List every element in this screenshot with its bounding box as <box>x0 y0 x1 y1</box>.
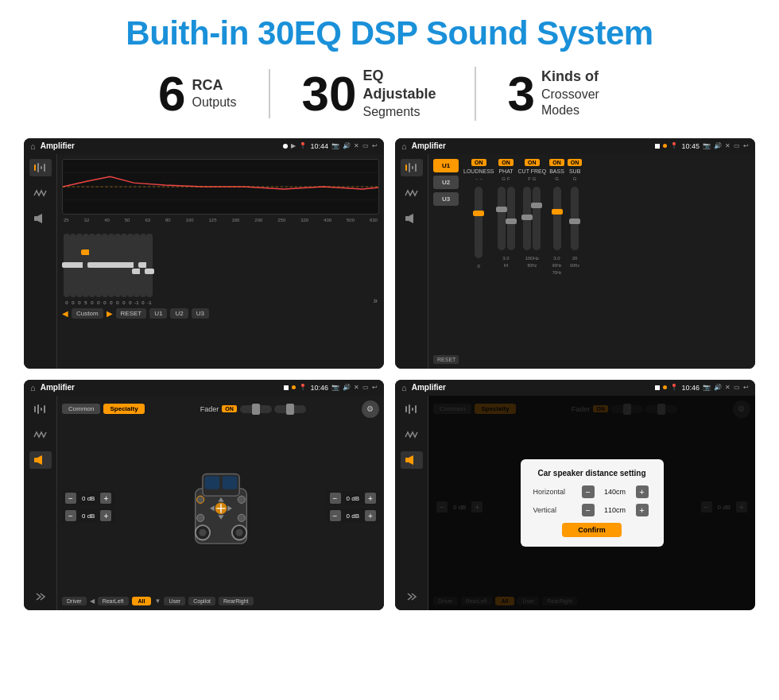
rearright-button[interactable]: RearRight <box>219 597 254 605</box>
eq-band-8[interactable]: 0 <box>108 234 114 305</box>
reset-button-eq[interactable]: RESET <box>116 308 147 319</box>
specialty-tab[interactable]: Specialty <box>103 404 144 414</box>
db-plus-rl[interactable]: + <box>100 510 111 521</box>
db-plus-fr[interactable]: + <box>365 493 376 504</box>
phat-slider-g[interactable] <box>498 187 506 250</box>
volume-icon: 🔊 <box>343 142 351 149</box>
fader-slider-h1[interactable] <box>240 405 272 413</box>
db-plus-rr[interactable]: + <box>365 510 376 521</box>
back-icon[interactable]: ↩ <box>372 142 378 149</box>
play-icon[interactable]: ▶ <box>291 142 296 149</box>
bass-slider[interactable] <box>553 187 561 250</box>
rearleft-button[interactable]: RearLeft <box>98 597 129 605</box>
speaker-sidebar-icon-fader[interactable] <box>29 451 52 469</box>
db-minus-rl[interactable]: − <box>65 510 76 521</box>
db-minus-fl[interactable]: − <box>65 493 76 504</box>
common-tab[interactable]: Common <box>62 404 100 414</box>
u2-button-eq[interactable]: U2 <box>170 308 188 319</box>
horizontal-plus[interactable]: + <box>636 485 649 498</box>
eq-band-3[interactable]: 0 <box>76 234 83 305</box>
u3-preset[interactable]: U3 <box>433 192 459 206</box>
loudness-on[interactable]: ON <box>471 159 486 166</box>
phat-on[interactable]: ON <box>498 159 514 166</box>
home-icon-fader[interactable]: ⌂ <box>30 383 36 393</box>
svg-rect-24 <box>222 476 236 489</box>
expand-sidebar-icon-dist[interactable] <box>401 588 423 605</box>
db-control-fl: − 0 dB + <box>62 491 114 505</box>
eq-band-1[interactable]: 0 <box>64 234 70 305</box>
fader-slider-h2[interactable] <box>274 405 306 413</box>
reset-cross[interactable]: RESET <box>433 355 459 364</box>
home-icon[interactable]: ⌂ <box>30 141 36 151</box>
eq-band-12[interactable]: -1 <box>134 234 140 305</box>
eq-sidebar-icon-dist[interactable] <box>401 400 423 418</box>
horizontal-minus[interactable]: − <box>582 485 595 498</box>
back-icon-dist[interactable]: ↩ <box>743 384 749 391</box>
home-icon-cross[interactable]: ⌂ <box>401 141 407 151</box>
eq-band-4[interactable]: 5 <box>83 234 89 305</box>
pin-icon-dist: 📍 <box>670 384 678 391</box>
sub-on[interactable]: ON <box>568 159 583 166</box>
close-icon-cross[interactable]: ✕ <box>725 142 731 149</box>
svg-rect-44 <box>405 458 409 462</box>
play-button[interactable]: ▶ <box>107 309 113 318</box>
u3-button-eq[interactable]: U3 <box>192 308 209 319</box>
speaker-sidebar-icon-dist[interactable] <box>401 451 423 469</box>
wave-sidebar-icon-fader[interactable] <box>29 426 52 443</box>
eq-sidebar-icon[interactable] <box>29 159 52 176</box>
settings-icon[interactable]: ⚙ <box>362 400 379 418</box>
cutfreq-slider-f[interactable] <box>523 187 531 250</box>
eq-band-9[interactable]: 0 <box>114 234 121 305</box>
copilot-button[interactable]: Copilot <box>188 597 215 605</box>
db-minus-rr[interactable]: − <box>330 510 341 521</box>
wave-sidebar-icon[interactable] <box>29 184 52 202</box>
phat-slider-f[interactable] <box>507 187 515 250</box>
loudness-slider[interactable] <box>475 187 483 258</box>
close-icon[interactable]: ✕ <box>354 142 359 149</box>
u1-button-eq[interactable]: U1 <box>149 308 167 319</box>
cutfreq-on[interactable]: ON <box>525 159 540 166</box>
confirm-button[interactable]: Confirm <box>562 523 622 537</box>
speaker-sidebar-icon[interactable] <box>29 210 52 227</box>
bass-on[interactable]: ON <box>549 159 564 166</box>
camera-icon: 📷 <box>331 142 339 149</box>
app-title-cross: Amplifier <box>412 141 651 150</box>
expand-sidebar-icon[interactable] <box>29 588 52 605</box>
close-icon-dist[interactable]: ✕ <box>725 384 731 391</box>
window-icon-dist: ▭ <box>734 384 740 391</box>
preset-custom[interactable]: Custom <box>72 308 103 319</box>
all-button[interactable]: All <box>132 597 152 605</box>
db-minus-fr[interactable]: − <box>330 493 341 504</box>
eq-sidebar-icon-cross[interactable] <box>401 159 423 176</box>
stat-crossover: 3 Kinds of Crossover Modes <box>476 68 653 119</box>
home-icon-dist[interactable]: ⌂ <box>401 383 407 393</box>
left-sidebar-cross <box>395 154 428 369</box>
back-icon-fader[interactable]: ↩ <box>372 384 378 391</box>
prev-button[interactable]: ◀ <box>62 309 68 318</box>
vertical-plus[interactable]: + <box>636 504 649 516</box>
vertical-minus[interactable]: − <box>582 504 595 516</box>
user-button[interactable]: User <box>164 597 185 605</box>
driver-button[interactable]: Driver <box>62 597 87 605</box>
fader-left-controls: − 0 dB + − 0 dB + <box>62 491 114 523</box>
eq-band-6[interactable]: 0 <box>95 234 102 305</box>
wave-sidebar-icon-cross[interactable] <box>401 184 423 202</box>
eq-band-5[interactable]: 0 <box>89 234 95 305</box>
u1-preset[interactable]: U1 <box>433 159 459 172</box>
db-plus-fl[interactable]: + <box>100 493 111 504</box>
eq-band-2[interactable]: 0 <box>70 234 76 305</box>
u2-preset[interactable]: U2 <box>433 176 459 189</box>
eq-band-14[interactable]: -1 <box>146 234 153 305</box>
close-icon-fader[interactable]: ✕ <box>354 384 359 391</box>
expand-icon[interactable]: » <box>373 296 378 305</box>
back-icon-cross[interactable]: ↩ <box>743 142 749 149</box>
cutfreq-slider-g[interactable] <box>533 187 541 250</box>
eq-band-10[interactable]: 0 <box>121 234 127 305</box>
sub-slider[interactable] <box>571 187 579 250</box>
status-square <box>655 144 660 149</box>
eq-sidebar-icon-fader[interactable] <box>29 400 52 418</box>
speaker-sidebar-icon-cross[interactable] <box>401 210 423 227</box>
wave-sidebar-icon-dist[interactable] <box>401 426 423 443</box>
fader-on-badge[interactable]: ON <box>222 405 237 412</box>
eq-band-7[interactable]: 0 <box>102 234 108 305</box>
